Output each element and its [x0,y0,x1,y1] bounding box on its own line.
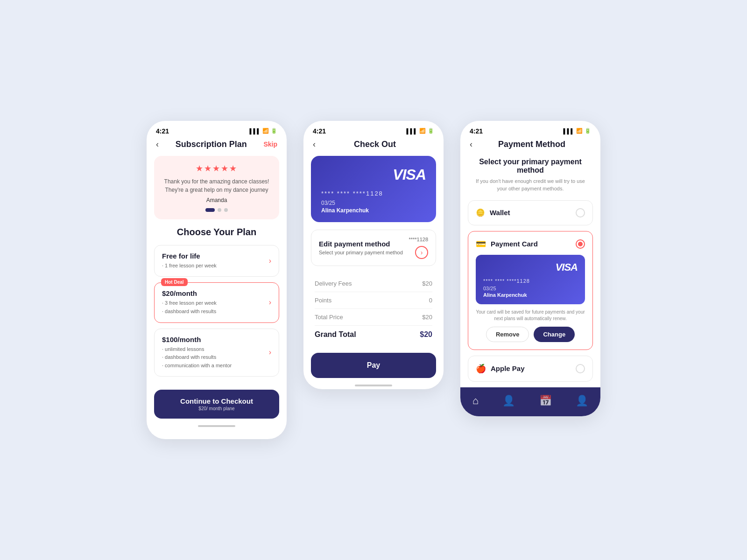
payment-primary-title: Select your primary payment method [470,158,591,175]
plan-name-premium: $100/month [162,336,232,343]
back-button-2[interactable]: ‹ [313,140,316,149]
wifi-icon: 📶 [262,128,269,134]
signal-icon-3: ▌▌▌ [564,128,574,134]
price-row-delivery: Delivery Fees $20 [315,275,432,292]
status-time-3: 4:21 [470,127,483,135]
review-stars: ★★★★★ [162,163,272,174]
status-icons-2: ▌▌▌ 📶 🔋 [407,128,434,134]
battery-icon-2: 🔋 [428,128,434,134]
signal-icon: ▌▌▌ [250,128,261,134]
plan-name-hot: $20/month [162,289,217,297]
plan-arrow-premium: › [269,348,271,357]
visa-card: VISA **** **** ****1128 03/25 Alina Karp… [311,156,436,222]
carousel-dots [162,208,272,212]
edit-payment-arrow[interactable]: › [415,246,428,259]
edit-payment-section[interactable]: Edit payment method Select your primary … [311,230,436,266]
status-bar-1: 4:21 ▌▌▌ 📶 🔋 [147,121,287,138]
points-label: Points [315,297,331,304]
card-expiry: 03/25 [321,200,426,206]
status-bar-3: 4:21 ▌▌▌ 📶 🔋 [460,121,600,138]
plan-features-premium: · unlimited lessons· dashboard with resu… [162,345,232,370]
wallet-icon: 🪙 [476,208,485,217]
plan-option-free[interactable]: Free for life · 1 free lesson per week › [154,245,279,277]
card-actions: Remove Change [476,327,585,342]
nav-profile[interactable]: 👤 [502,395,515,407]
remove-card-button[interactable]: Remove [486,327,529,342]
payment-option-wallet[interactable]: 🪙 Wallet [468,200,593,225]
dot-2 [218,208,221,212]
total-label: Total Price [315,314,343,321]
checkout-sub-label: $20/ month plane [162,406,272,411]
grand-total-amount: $20 [420,330,432,339]
hot-badge: Hot Deal [161,278,188,286]
dot-1 [205,208,215,212]
apple-pay-radio[interactable] [576,364,585,373]
mini-card-expiry: 03/25 [483,286,578,291]
checkout-label: Continue to Checkout [180,397,253,405]
card-radio[interactable] [576,239,585,249]
grand-total-label: Grand Total [315,330,356,339]
edit-card-info: ****1128 [409,237,428,242]
mini-card-number: **** **** ****1128 [483,278,578,284]
card-icon: 💳 [476,239,486,249]
home-indicator-2 [303,385,444,386]
price-breakdown: Delivery Fees $20 Points 0 Total Price $… [303,275,444,343]
signal-icon-2: ▌▌▌ [407,128,417,134]
screens-container: 4:21 ▌▌▌ 📶 🔋 ‹ Subscription Plan Skip ★★… [128,93,619,468]
price-row-points: Points 0 [315,292,432,309]
price-row-total: Total Price $20 [315,309,432,326]
status-time-2: 4:21 [313,127,326,135]
page-title-1: Subscription Plan [176,140,247,149]
pay-button[interactable]: Pay [311,353,436,378]
status-icons-1: ▌▌▌ 📶 🔋 [250,128,277,134]
page-title-3: Payment Method [498,140,565,149]
nav-header-3: ‹ Payment Method [460,138,600,156]
skip-button[interactable]: Skip [263,140,277,148]
nav-user[interactable]: 👤 [576,395,588,407]
dot-3 [224,208,228,212]
wifi-icon-3: 📶 [576,128,583,134]
status-time-1: 4:21 [156,127,169,135]
payment-card-mini: VISA **** **** ****1128 03/25 Alina Karp… [476,255,585,304]
plan-option-premium[interactable]: $100/month · unlimited lessons· dashboar… [154,329,279,377]
battery-icon: 🔋 [271,128,277,134]
nav-calendar[interactable]: 📅 [539,395,552,407]
home-indicator-1 [147,425,287,427]
edit-payment-title: Edit payment method [319,240,403,248]
wifi-icon-2: 📶 [419,128,426,134]
review-card: ★★★★★ Thank you for the amazing dance cl… [154,156,279,219]
price-row-grand: Grand Total $20 [315,326,432,343]
delivery-amount: $20 [422,280,432,287]
status-icons-3: ▌▌▌ 📶 🔋 [564,128,591,134]
plan-arrow-free: › [269,257,271,265]
payment-option-apple-pay[interactable]: 🍎 Apple Pay [468,356,593,382]
payment-option-card[interactable]: 💳 Payment Card VISA **** **** ****1128 0… [468,231,593,350]
review-author: Amanda [162,197,272,203]
back-button-1[interactable]: ‹ [156,140,159,149]
payment-primary-desc: If you don't have enough credit we will … [472,177,589,193]
back-button-3[interactable]: ‹ [470,140,472,149]
plan-features-hot: · 3 free lesson per week· dashboard with… [162,299,217,315]
phone-checkout: 4:21 ▌▌▌ 📶 🔋 ‹ Check Out VISA **** **** … [303,121,444,389]
plan-option-hot[interactable]: Hot Deal $20/month · 3 free lesson per w… [154,282,279,322]
battery-icon-3: 🔋 [585,128,591,134]
wallet-label: Wallet [490,209,510,217]
nav-home[interactable]: ⌂ [472,395,479,407]
card-number: **** **** ****1128 [321,190,426,197]
plan-name-free: Free for life [162,252,217,260]
apple-pay-label: Apple Pay [491,364,525,372]
phone-subscription: 4:21 ▌▌▌ 📶 🔋 ‹ Subscription Plan Skip ★★… [147,121,287,440]
plan-features-free: · 1 free lesson per week [162,262,217,270]
wallet-radio[interactable] [576,208,585,217]
total-amount: $20 [422,314,432,321]
visa-logo-mini: VISA [483,261,578,273]
nav-header-1: ‹ Subscription Plan Skip [147,138,287,156]
card-save-note: Your card will be saved for future payme… [476,309,585,322]
change-card-button[interactable]: Change [534,327,575,342]
checkout-button[interactable]: Continue to Checkout $20/ month plane [154,390,279,419]
edit-payment-sub: Select your primary payment method [319,250,403,255]
mini-card-holder: Alina Karpenchuk [483,292,578,298]
apple-icon: 🍎 [476,364,486,374]
page-title-2: Check Out [354,140,396,149]
bottom-nav: ⌂ 👤 📅 👤 [460,387,600,416]
